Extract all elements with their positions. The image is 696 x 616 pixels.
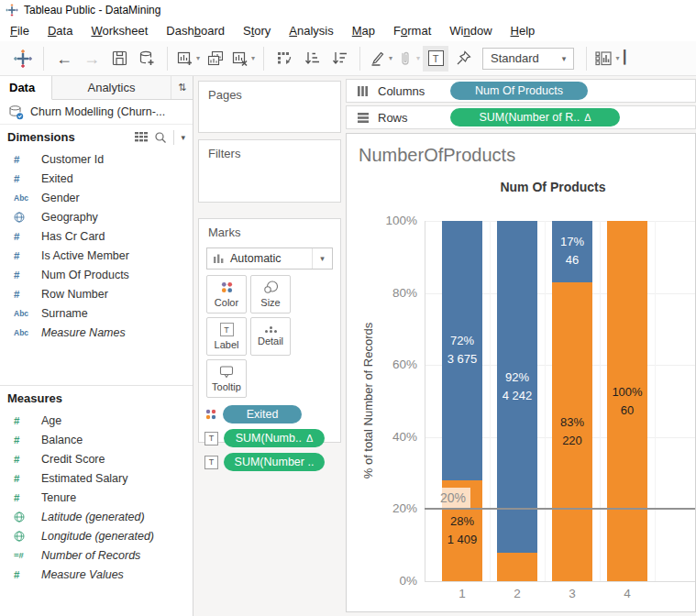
- bar-3-segment-blue[interactable]: 17%46: [552, 221, 592, 282]
- columns-shelf[interactable]: Columns Num Of Products: [346, 79, 696, 103]
- show-me-button[interactable]: ▾: [593, 45, 621, 72]
- dimension-field-customer-id[interactable]: #Customer Id: [0, 149, 193, 169]
- fit-selector[interactable]: Standard ▾: [482, 48, 574, 70]
- datasource-item[interactable]: Churn Modelling (Churn-...: [0, 100, 193, 125]
- measure-field-credit-score[interactable]: #Credit Score: [0, 449, 193, 468]
- clear-sheet-button[interactable]: ▾: [229, 45, 257, 72]
- dropdown-caret-icon[interactable]: ▾: [196, 54, 200, 62]
- field-label: Longitude (generated): [41, 530, 154, 543]
- bar-4-segment-orange[interactable]: 100%60: [607, 221, 647, 581]
- measure-field-age[interactable]: #Age: [0, 411, 193, 430]
- undo-button[interactable]: ←: [50, 45, 78, 72]
- tab-analytics[interactable]: Analytics: [52, 76, 171, 99]
- fix-axes-button[interactable]: [449, 45, 477, 72]
- bar-3-segment-orange[interactable]: 83%220: [552, 282, 592, 581]
- dropdown-caret-icon[interactable]: ▾: [389, 54, 392, 62]
- mark-label: 3 675: [447, 350, 478, 368]
- num-field-icon: #: [14, 173, 41, 184]
- swap-rows-columns-button[interactable]: [271, 45, 298, 72]
- dimension-field-is-active-member[interactable]: #Is Active Member: [0, 246, 193, 265]
- pill-sum-number-of-r[interactable]: SUM(Number of R..Δ: [450, 108, 620, 126]
- mark-label: 17%: [560, 233, 584, 251]
- redo-button[interactable]: →: [78, 45, 105, 72]
- attach-button[interactable]: ▾: [394, 45, 422, 72]
- sort-descending-button[interactable]: [326, 45, 353, 72]
- sort-ascending-button[interactable]: [298, 45, 326, 72]
- dimension-field-gender[interactable]: AbcGender: [0, 188, 193, 207]
- marks-card[interactable]: Marks Automatic ▾ Color: [198, 218, 341, 443]
- dimension-field-geography[interactable]: Geography: [0, 207, 193, 226]
- dimension-field-row-number[interactable]: #Row Number: [0, 284, 193, 303]
- datasource-icon: [8, 104, 24, 120]
- detail-button[interactable]: Detail: [250, 317, 291, 356]
- menu-file[interactable]: File: [1, 24, 39, 38]
- pill-num-of-products[interactable]: Num Of Products: [450, 82, 588, 100]
- dimension-field-surname[interactable]: AbcSurname: [0, 303, 193, 323]
- dropdown-caret-icon[interactable]: ▾: [615, 54, 619, 62]
- dimension-field-num-of-products[interactable]: #Num Of Products: [0, 265, 193, 284]
- mark-type-selector[interactable]: Automatic ▾: [206, 248, 333, 270]
- tableau-logo-icon[interactable]: [9, 45, 37, 72]
- num-field-icon: #: [14, 434, 41, 446]
- dimensions-menu-caret-icon[interactable]: ▾: [181, 133, 185, 142]
- bar-1-segment-blue[interactable]: 72%3 675: [442, 221, 482, 480]
- size-button[interactable]: Size: [250, 275, 291, 314]
- menu-story[interactable]: Story: [234, 24, 280, 38]
- measure-field-estimated-salary[interactable]: #Estimated Salary: [0, 468, 193, 488]
- pill-sum-numb[interactable]: SUM(Numb..Δ: [224, 429, 325, 447]
- menu-analysis[interactable]: Analysis: [280, 24, 342, 38]
- label-button[interactable]: T Label: [206, 317, 247, 356]
- dropdown-caret-icon[interactable]: ▾: [312, 248, 332, 269]
- pill-sum-number[interactable]: SUM(Number ..: [224, 453, 325, 471]
- filters-shelf[interactable]: Filters: [198, 139, 341, 203]
- dimension-field-exited[interactable]: #Exited: [0, 169, 193, 188]
- pages-shelf[interactable]: Pages: [198, 81, 341, 133]
- field-label: Tenure: [41, 491, 76, 504]
- highlight-button[interactable]: ▾: [367, 45, 394, 72]
- color-button[interactable]: Color: [206, 275, 247, 314]
- rows-shelf[interactable]: Rows SUM(Number of R..Δ: [346, 105, 696, 129]
- measure-field-tenure[interactable]: #Tenure: [0, 488, 193, 507]
- chart-title[interactable]: Num Of Products: [425, 180, 681, 194]
- bar-3[interactable]: 17%4683%220: [552, 221, 592, 581]
- dropdown-caret-icon[interactable]: ▾: [251, 54, 255, 62]
- y-axis-title[interactable]: % of total Number of Records: [361, 323, 375, 479]
- show-mark-labels-button[interactable]: T: [422, 45, 449, 72]
- menu-data[interactable]: Data: [39, 24, 82, 38]
- menu-map[interactable]: Map: [343, 24, 384, 38]
- dimension-field-has-cr-card[interactable]: #Has Cr Card: [0, 226, 193, 246]
- pill-exited[interactable]: Exited: [223, 405, 302, 424]
- new-data-source-button[interactable]: [133, 45, 160, 72]
- view-data-grid-icon[interactable]: [135, 132, 148, 143]
- dropdown-caret-icon[interactable]: ▾: [555, 54, 573, 63]
- bar-2-segment-orange[interactable]: [497, 553, 537, 581]
- sheet-title[interactable]: NumberOfProducts: [359, 145, 515, 166]
- new-worksheet-button[interactable]: ▾: [174, 45, 202, 72]
- menu-worksheet[interactable]: Worksheet: [82, 24, 157, 38]
- menu-help[interactable]: Help: [502, 24, 545, 38]
- measure-field-measure-values[interactable]: #Measure Values: [0, 565, 193, 584]
- menu-window[interactable]: Window: [440, 24, 501, 38]
- dimension-field-measure-names[interactable]: AbcMeasure Names: [0, 323, 193, 342]
- bar-2-segment-blue[interactable]: 92%4 242: [497, 221, 537, 553]
- measure-field-longitude-generated[interactable]: Longitude (generated): [0, 526, 193, 545]
- save-button[interactable]: [105, 45, 133, 72]
- mark-label: 83%: [560, 413, 584, 432]
- measure-field-latitude-generated[interactable]: Latitude (generated): [0, 507, 193, 526]
- worksheet-view[interactable]: NumberOfProducts Num Of Products % of to…: [346, 133, 696, 612]
- tooltip-button[interactable]: Tooltip: [206, 359, 247, 398]
- bar-1[interactable]: 72%3 67528%1 409: [442, 221, 482, 581]
- menu-dashboard[interactable]: Dashboard: [157, 24, 234, 38]
- tab-data[interactable]: Data: [0, 76, 52, 100]
- duplicate-button[interactable]: [202, 45, 229, 72]
- num-field-icon: #: [14, 492, 41, 503]
- reference-line[interactable]: [425, 508, 695, 510]
- swap-panes-icon[interactable]: ⇅: [171, 76, 193, 99]
- bar-4[interactable]: 100%60: [607, 221, 647, 581]
- measure-field-balance[interactable]: #Balance: [0, 430, 193, 449]
- bar-2[interactable]: 92%4 242: [497, 221, 537, 581]
- measure-field-number-of-records[interactable]: =#Number of Records: [0, 545, 193, 565]
- find-field-search-icon[interactable]: [154, 131, 167, 144]
- menu-format[interactable]: Format: [384, 24, 440, 38]
- num-field-icon: #: [14, 454, 41, 465]
